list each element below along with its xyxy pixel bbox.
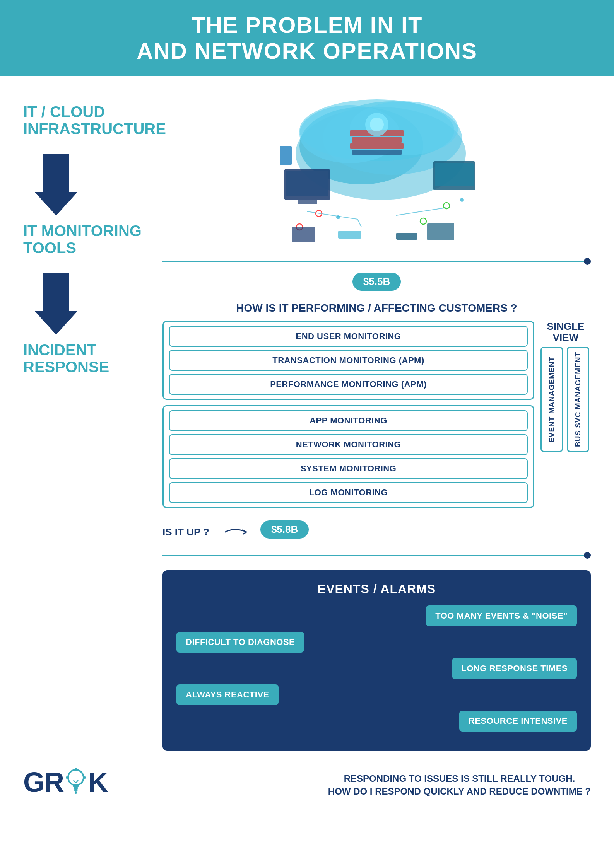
monitoring-section: END USER MONITORING TRANSACTION MONITORI… <box>162 321 591 513</box>
main-content: IT / CLOUDINFRASTRUCTURE IT MONITORINGTO… <box>0 76 614 766</box>
single-view-label: SINGLE VIEW <box>540 321 591 343</box>
svg-rect-31 <box>396 233 417 240</box>
arrow-curve-icon <box>223 526 254 538</box>
label-infrastructure: IT / CLOUDINFRASTRUCTURE <box>23 103 166 137</box>
svg-line-41 <box>74 780 76 783</box>
event-management-label: EVENT MANAGEMENT <box>547 356 556 443</box>
svg-rect-9 <box>352 137 402 143</box>
svg-rect-34 <box>73 785 79 787</box>
event-row-4: ALWAYS REACTIVE <box>176 684 577 705</box>
logo-k: K <box>88 766 108 798</box>
svg-rect-11 <box>352 150 402 155</box>
monitoring-item-network: NETWORK MONITORING <box>169 434 528 455</box>
svg-rect-10 <box>350 143 404 149</box>
arrow-down-1 <box>35 149 77 218</box>
svg-rect-29 <box>427 223 454 240</box>
event-item-resource: RESOURCE INTENSIVE <box>459 711 577 732</box>
footer-text-content: RESPONDING TO ISSUES IS STILL REALLY TOU… <box>328 773 591 797</box>
divider-line-2 <box>162 555 584 556</box>
divider-dot-1 <box>584 258 591 265</box>
svg-point-23 <box>336 215 340 219</box>
svg-rect-15 <box>286 171 328 196</box>
monitoring-item-performance: PERFORMANCE MONITORING (APM) <box>169 374 528 395</box>
monitoring-item-log: LOG MONITORING <box>169 482 528 503</box>
svg-line-19 <box>307 211 357 219</box>
event-management-box: EVENT MANAGEMENT <box>540 347 563 452</box>
event-row-5: RESOURCE INTENSIVE <box>176 711 577 732</box>
monitoring-boxes: END USER MONITORING TRANSACTION MONITORI… <box>162 321 534 513</box>
price-badge-2: $5.8B <box>260 520 309 539</box>
svg-marker-1 <box>35 273 77 335</box>
price-badge-1: $5.5B <box>352 273 401 291</box>
divider-dot-2 <box>584 552 591 559</box>
side-labels: EVENT MANAGEMENT BUS SVC MANAGEMENT <box>540 347 591 452</box>
event-item-noise: TOO MANY EVENTS & "NOISE" <box>426 605 577 626</box>
side-labels-wrapper: SINGLE VIEW EVENT MANAGEMENT BUS SVC MAN… <box>540 321 591 513</box>
footer-section: GR <box>0 766 614 821</box>
bus-svc-management-label: BUS SVC MANAGEMENT <box>574 352 582 447</box>
svg-line-42 <box>76 780 78 783</box>
monitoring-group-1: END USER MONITORING TRANSACTION MONITORI… <box>162 321 534 400</box>
svg-marker-0 <box>35 154 77 216</box>
logo-bulb-icon <box>64 767 87 798</box>
event-item-response-times: LONG RESPONSE TIMES <box>452 658 577 679</box>
divider-2 <box>162 552 591 559</box>
bus-svc-management-box: BUS SVC MANAGEMENT <box>567 347 589 452</box>
events-section: EVENTS / ALARMS TOO MANY EVENTS & "NOISE… <box>162 570 591 751</box>
event-row-3: LONG RESPONSE TIMES <box>176 658 577 679</box>
cloud-illustration <box>261 99 493 242</box>
arrow-down-2 <box>35 268 77 338</box>
logo-area: GR <box>23 766 108 798</box>
is-it-up-label: IS IT UP ? <box>162 526 209 538</box>
svg-point-27 <box>420 218 426 224</box>
svg-rect-32 <box>280 146 292 165</box>
monitoring-item-app: APP MONITORING <box>169 410 528 431</box>
question-title: HOW IS IT PERFORMING / AFFECTING CUSTOME… <box>236 302 517 315</box>
header: THE PROBLEM IN IT AND NETWORK OPERATIONS <box>0 0 614 76</box>
cloud-area <box>162 99 591 242</box>
price2-line <box>315 532 591 532</box>
logo-gr: GR <box>23 766 63 798</box>
left-column: IT / CLOUDINFRASTRUCTURE IT MONITORINGTO… <box>23 99 162 766</box>
event-row-1: TOO MANY EVENTS & "NOISE" <box>176 605 577 626</box>
header-title-line1: THE PROBLEM IN IT <box>192 12 423 38</box>
svg-point-13 <box>370 118 384 131</box>
monitoring-item-system: SYSTEM MONITORING <box>169 458 528 479</box>
svg-point-25 <box>460 198 464 202</box>
event-item-diagnose: DIFFICULT TO DIAGNOSE <box>176 632 304 653</box>
header-title: THE PROBLEM IN IT AND NETWORK OPERATIONS <box>23 12 591 64</box>
svg-rect-28 <box>292 227 315 242</box>
logo: GR <box>23 766 108 798</box>
svg-point-40 <box>84 776 86 779</box>
events-title: EVENTS / ALARMS <box>176 582 577 596</box>
footer-text: RESPONDING TO ISSUES IS STILL REALLY TOU… <box>328 772 591 798</box>
divider-1 <box>162 258 591 265</box>
monitoring-item-transaction: TRANSACTION MONITORING (APM) <box>169 350 528 371</box>
svg-rect-18 <box>435 163 474 186</box>
svg-rect-36 <box>74 789 78 791</box>
event-row-2: DIFFICULT TO DIAGNOSE <box>176 632 577 653</box>
label-monitoring-tools: IT MONITORINGTOOLS <box>23 222 142 256</box>
svg-rect-30 <box>338 231 361 239</box>
monitoring-item-end-user: END USER MONITORING <box>169 326 528 347</box>
header-title-line2: AND NETWORK OPERATIONS <box>137 38 477 63</box>
monitoring-group-2: APP MONITORING NETWORK MONITORING SYSTEM… <box>162 405 534 508</box>
svg-line-20 <box>357 219 361 227</box>
divider-line-1 <box>162 261 584 262</box>
svg-rect-35 <box>74 787 78 789</box>
label-incident-response: INCIDENTRESPONSE <box>23 341 109 375</box>
svg-point-37 <box>75 791 77 794</box>
svg-point-39 <box>66 776 68 779</box>
event-item-reactive: ALWAYS REACTIVE <box>176 684 279 705</box>
svg-line-21 <box>396 208 446 215</box>
svg-rect-16 <box>298 200 317 204</box>
svg-point-38 <box>75 768 77 770</box>
right-column: $5.5B HOW IS IT PERFORMING / AFFECTING C… <box>162 99 591 766</box>
